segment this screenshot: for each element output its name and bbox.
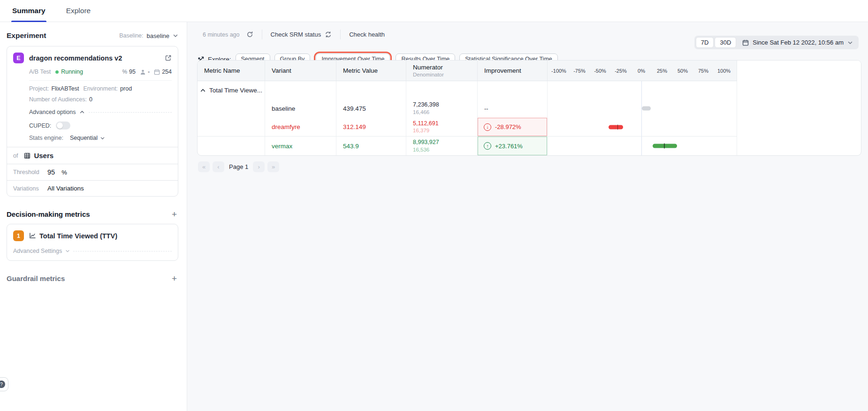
metric-name: Total Time Viewed (TTV) [29,232,117,240]
vermax-confidence-bar [653,144,677,148]
sync-icon [325,31,332,38]
experiment-section-title: Experiment [7,31,46,40]
empty-cell [478,81,548,99]
chart-cell [548,99,737,118]
bar-center-line [664,144,665,149]
table-row-baseline[interactable]: baseline 439.475 7,236,398 16,466 -- [198,99,861,118]
range-30d-button[interactable]: 30D [715,37,736,48]
decision-metric-row[interactable]: 1 Total Time Viewed (TTV) [13,230,172,241]
header-numerator-label: Numerator [413,64,471,71]
bar-center-line [617,124,618,129]
baseline-value: baseline [147,32,169,39]
axis-tick: 25% [657,68,667,74]
environment-value: prod [120,85,132,92]
zero-axis-line [641,118,642,136]
table-row-vermax[interactable]: vermax 543.9 8,993,927 16,536 ↑ +23.761% [198,137,861,155]
header-metric-name-label: Metric Name [204,67,258,74]
add-guardrail-metric-button[interactable]: + [170,274,178,283]
advanced-options-toggle[interactable]: Advanced options [13,109,172,115]
divider [262,30,262,39]
tab-explore-label: Explore [66,7,91,15]
date-range-value: Since Sat Feb 12 2022, 10:56 am [753,39,844,46]
next-page-button[interactable]: › [253,161,265,172]
denominator-value: 16,536 [413,146,471,153]
improvement-value: -- [478,105,547,112]
experiment-title-row: E dragon recommendations v2 [13,53,172,63]
axis-tick: -75% [573,68,586,74]
metric-value: 543.9 [343,143,399,150]
variant-name: baseline [272,105,329,112]
table-row-dreamfyre[interactable]: dreamfyre 312.149 5,112,691 16,379 ↓ -28… [198,118,861,137]
threshold-value[interactable]: 95 [47,168,55,176]
percent-icon: % [122,68,127,75]
unit-type-value[interactable]: Users [34,152,53,160]
project-value: FlixABTest [51,85,79,92]
first-page-button[interactable]: « [198,161,210,172]
advanced-settings-toggle[interactable]: Advanced Settings [13,248,172,254]
arrow-down-circle-icon: ↓ [484,123,491,131]
external-link-icon[interactable] [165,54,172,61]
dashed-divider [89,112,172,113]
check-health-button[interactable]: Check health [349,31,385,38]
calendar-icon [154,69,160,75]
collapse-chevron-icon[interactable] [200,87,206,93]
chevron-down-icon [847,40,853,46]
last-page-button[interactable]: » [267,161,279,172]
empty-cell [737,118,861,137]
variant-name: vermax [272,143,329,150]
results-toolbar: 6 minutes ago Check SRM status Check hea… [203,30,385,39]
improvement-value: +23.761% [495,143,523,150]
numerator-value: 5,112,691 [413,120,471,128]
empty-cell [198,137,265,155]
prev-page-button[interactable]: ‹ [213,161,224,172]
audiences-line: Number of Audiences: 0 [13,96,172,103]
audience-stat: - [140,68,150,75]
line-chart-icon [29,232,36,239]
cuped-toggle[interactable] [56,122,70,129]
refresh-icon[interactable] [246,31,253,38]
variations-value[interactable]: All Variations [47,185,84,192]
chevron-down-icon [100,136,105,141]
status-badge: Running [61,68,83,75]
stats-engine-label: Stats engine: [29,135,63,141]
add-decision-metric-button[interactable]: + [170,210,178,219]
improvement-badge-negative: ↓ -28.972% [478,118,547,136]
page-indicator: Page 1 [229,163,248,170]
empty-cell [737,137,861,155]
date-range-selector[interactable]: Since Sat Feb 12 2022, 10:56 am [737,38,857,47]
chart-cell [548,118,737,137]
help-button[interactable]: ? [0,377,8,391]
header-variant-label: Variant [272,67,329,74]
date-range-controls: 7D 30D Since Sat Feb 12 2022, 10:56 am [694,36,859,49]
tab-summary[interactable]: Summary [12,0,46,22]
range-7d-button[interactable]: 7D [696,37,714,48]
denominator-value: 16,466 [413,109,471,115]
metric-group-cell[interactable]: Total Time Viewe... [198,81,265,99]
dashed-divider [73,251,172,251]
header-improvement: Improvement [478,61,548,81]
stats-engine-value: Sequential [70,135,98,141]
threshold-section: Threshold 95 % [7,164,178,180]
baseline-selector[interactable]: Baseline: baseline [119,32,178,39]
decision-metrics-header: Decision-making metrics + [7,210,178,219]
project-env-line: Project: FlixABTest Environment: prod [13,85,172,92]
empty-cell [406,81,478,99]
audiences-value: 0 [89,96,92,103]
axis-tick: 50% [678,68,688,74]
unit-type-section: of Users [7,147,178,164]
table-header-row: Metric Name Variant Metric Value Numerat… [198,61,861,81]
cuped-label: CUPED: [29,122,51,129]
metric-value: 312.149 [343,123,399,130]
improvement-badge-positive: ↑ +23.761% [478,137,547,155]
experiment-card-main: E dragon recommendations v2 A/B Test Run… [7,46,178,147]
stats-engine-selector[interactable]: Sequential [70,135,105,141]
metric-name-label: Total Time Viewed (TTV) [39,232,117,240]
pagination: « ‹ Page 1 › » [198,161,279,172]
tab-explore[interactable]: Explore [66,0,91,22]
experiment-badge: E [13,53,24,63]
empty-cell [265,81,336,99]
stats-engine-row: Stats engine: Sequential [13,135,172,141]
experiment-results-page: Summary Explore Experiment Baseline: bas… [0,0,868,411]
arrow-up-circle-icon: ↑ [484,142,491,150]
check-srm-status-button[interactable]: Check SRM status [271,31,332,38]
